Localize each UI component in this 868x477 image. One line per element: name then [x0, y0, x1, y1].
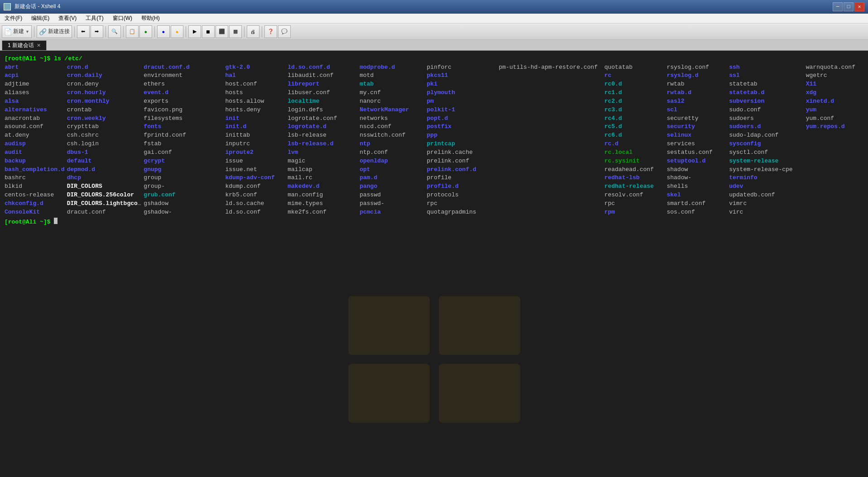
list-item: protocols	[427, 191, 499, 200]
list-item: depmod.d	[67, 166, 144, 174]
list-item: cron.monthly	[67, 97, 144, 106]
list-item: printcap	[427, 140, 499, 148]
list-item: rc6.d	[604, 131, 667, 140]
list-item: postfix	[427, 123, 499, 131]
title-bar-controls: ─ □ ✕	[833, 2, 864, 11]
tb-icon-5[interactable]: ●	[139, 25, 152, 38]
list-item: redhat-release	[604, 182, 667, 191]
list-item: issue	[225, 157, 288, 166]
list-item: ethers	[144, 80, 225, 89]
tb-icon-11[interactable]: ▦	[229, 25, 242, 38]
tb-icon-9[interactable]: ⏹	[202, 25, 215, 38]
list-item: ntp	[360, 140, 427, 148]
list-item	[499, 89, 604, 97]
list-item: warnquota.conf	[806, 63, 863, 72]
list-item: anacrontab	[5, 114, 67, 123]
menu-tools[interactable]: 工具(T)	[81, 14, 108, 23]
list-item: hosts	[225, 89, 288, 97]
list-item: profile.d	[427, 182, 499, 191]
menu-view[interactable]: 查看(V)	[54, 14, 81, 23]
list-item: nsswitch.conf	[360, 131, 427, 140]
list-item: mke2fs.conf	[288, 208, 360, 217]
list-item: statetab.d	[729, 89, 806, 97]
list-item: mtab	[360, 80, 427, 89]
list-item: resolv.conf	[604, 191, 667, 200]
list-item: at.deny	[5, 131, 67, 140]
maximize-button[interactable]: □	[844, 2, 854, 11]
second-prompt-line: [root@Ali ~]$	[5, 218, 863, 227]
table-row: backupdefaultgcryptissuemagicopenldappre…	[5, 157, 863, 166]
terminal-area[interactable]: [root@Ali ~]$ ls /etc/ abrtcron.ddracut.…	[0, 51, 868, 477]
minimize-button[interactable]: ─	[833, 2, 843, 11]
list-item: yum.conf	[806, 114, 863, 123]
list-item: DIR_COLORS	[67, 182, 144, 191]
tb-icon-3[interactable]: 🔍	[108, 25, 121, 38]
menu-file[interactable]: 文件(F)	[0, 14, 27, 23]
list-item: libaudit.conf	[288, 72, 360, 80]
list-item: terminfo	[729, 174, 806, 182]
tab-session-1[interactable]: 1 新建会话 ✕	[2, 40, 47, 50]
list-item: DIR_COLORS.lightbgcolor	[67, 200, 144, 208]
list-item: csh.login	[67, 140, 144, 148]
list-item: asound.conf	[5, 123, 67, 131]
list-item: gai.conf	[144, 148, 225, 157]
list-item: gshadow-	[144, 208, 225, 217]
list-item: pm-utils-hd-apm-restore.conf	[499, 63, 604, 72]
menu-window[interactable]: 窗口(W)	[108, 14, 137, 23]
list-item	[499, 182, 604, 191]
reconnect-label: 新建连接	[48, 28, 70, 35]
list-item: wgetrc	[806, 72, 863, 80]
list-item: dbus-1	[67, 148, 144, 157]
list-item: security	[667, 123, 729, 131]
tb-icon-12[interactable]: 🖨	[247, 25, 259, 38]
list-item: shells	[667, 182, 729, 191]
tb-icon-8[interactable]: ▶	[188, 25, 201, 38]
new-button[interactable]: 📄 新建 ▼	[2, 25, 32, 38]
list-item: cryptttab	[67, 123, 144, 131]
tab-close-button[interactable]: ✕	[37, 43, 41, 48]
list-item: opt	[360, 166, 427, 174]
list-item: prelink.cache	[427, 148, 499, 157]
list-item: ppp	[427, 131, 499, 140]
list-item: login.defs	[288, 106, 360, 114]
list-item: fstab	[144, 140, 225, 148]
list-item: polkit-1	[427, 106, 499, 114]
tb-icon-4[interactable]: 📋	[126, 25, 139, 38]
tb-icon-7[interactable]: ●	[171, 25, 183, 38]
title-bar-left: 新建会话 - Xshell 4	[4, 3, 60, 10]
table-row: bashrcdhcpgroupkdump-adv-confmail.rcpam.…	[5, 174, 863, 182]
tb-icon-10[interactable]: ⬛	[216, 25, 228, 38]
tb-icon-1[interactable]: ⬅	[77, 25, 90, 38]
tb-icon-6[interactable]: ●	[157, 25, 170, 38]
list-item: exports	[144, 97, 225, 106]
list-item: rpc	[604, 200, 667, 208]
list-item: filesystems	[144, 114, 225, 123]
list-item: gnupg	[144, 166, 225, 174]
list-item	[806, 182, 863, 191]
list-item: statetab	[729, 80, 806, 89]
list-item: gshadow	[144, 200, 225, 208]
tb-icon-2[interactable]: ➡	[91, 25, 103, 38]
terminal-icon	[4, 3, 11, 10]
menu-help[interactable]: 帮助(H)	[137, 14, 164, 23]
list-item: hal	[225, 72, 288, 80]
list-item: rc0.d	[604, 80, 667, 89]
list-item: rsyslog.d	[667, 72, 729, 80]
tb-icon-14[interactable]: 💬	[278, 25, 291, 38]
menu-bar: 文件(F) 编辑(E) 查看(V) 工具(T) 窗口(W) 帮助(H)	[0, 14, 868, 24]
list-item: sudo-ldap.conf	[729, 131, 806, 140]
list-item: hosts.deny	[225, 106, 288, 114]
list-item: sestatus.conf	[667, 148, 729, 157]
list-item: smartd.conf	[667, 200, 729, 208]
list-item: ntp.conf	[360, 148, 427, 157]
reconnect-button[interactable]: 🔗 新建连接	[37, 25, 72, 38]
list-item: rpm	[604, 208, 667, 217]
menu-edit[interactable]: 编辑(E)	[27, 14, 54, 23]
table-row: audispcsh.loginfstabinputrclsb-release.d…	[5, 140, 863, 148]
close-button[interactable]: ✕	[854, 2, 864, 11]
table-row: abrtcron.ddracut.conf.dgtk-2.0ld.so.conf…	[5, 63, 863, 72]
list-item: dracut.conf	[67, 208, 144, 217]
tb-icon-13[interactable]: ❓	[264, 25, 277, 38]
list-item: dracut.conf.d	[144, 63, 225, 72]
list-item: my.cnf	[360, 89, 427, 97]
